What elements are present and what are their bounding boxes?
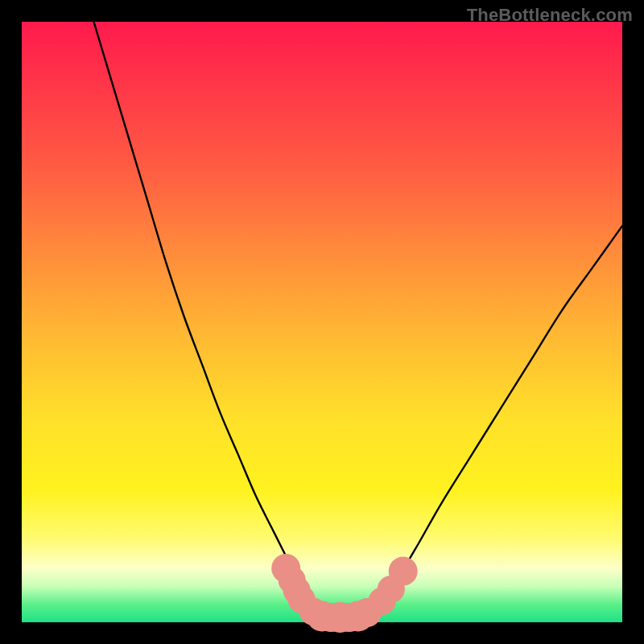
bottleneck-curve [94, 22, 623, 617]
curve-marker [389, 557, 418, 586]
bottleneck-curve-svg [22, 22, 622, 622]
watermark-text: TheBottleneck.com [467, 5, 633, 26]
curve-markers [271, 554, 418, 633]
plot-area [22, 22, 622, 622]
chart-frame: TheBottleneck.com [0, 0, 644, 644]
